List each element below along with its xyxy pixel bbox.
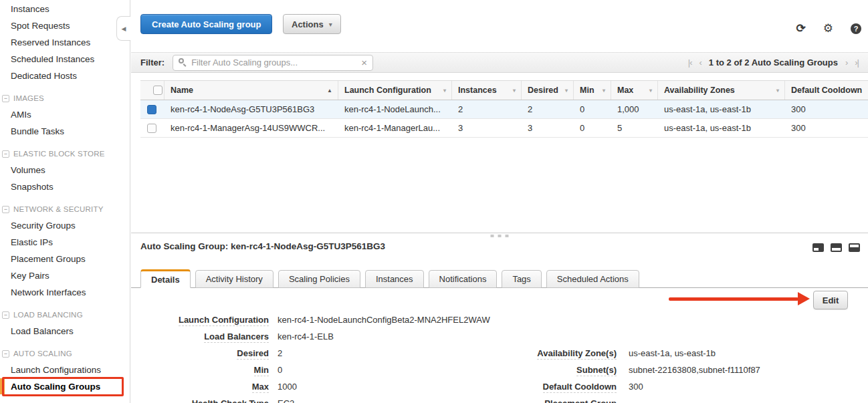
clear-filter-icon[interactable]: ×: [361, 57, 367, 68]
first-page-icon[interactable]: |‹: [688, 57, 692, 68]
sidebar-item-label: Load Balancers: [11, 326, 74, 336]
column-label: Max: [617, 86, 633, 95]
sort-icon: ▾: [443, 88, 446, 94]
sidebar-item-label: Network Interfaces: [11, 287, 86, 297]
cell-name: ken-rc4-1-ManagerAsg-14US9WWCR...: [165, 123, 338, 133]
sidebar-item-label: Launch Configurations: [11, 365, 101, 375]
row-checkbox[interactable]: [147, 105, 156, 114]
next-page-icon[interactable]: ›: [845, 57, 847, 68]
select-all-checkbox[interactable]: [153, 86, 162, 95]
table-row[interactable]: ken-rc4-1-NodeAsg-G5TU3P561BG3 ken-rc4-1…: [140, 100, 868, 119]
column-label: Default Cooldown: [791, 86, 862, 95]
cell-launch-configuration: ken-rc4-1-ManagerLau...: [338, 123, 452, 133]
layout-bottom-icon[interactable]: [831, 243, 842, 252]
sidebar-item-label: Bundle Tasks: [11, 126, 64, 136]
collapse-minus-icon[interactable]: −: [2, 206, 9, 213]
column-label: Desired: [528, 86, 558, 95]
sidebar-section-images[interactable]: − IMAGES: [0, 90, 130, 106]
sidebar-item-elastic-ips[interactable]: Elastic IPs: [0, 234, 130, 251]
column-header-launch-configuration[interactable]: Launch Configuration ▾: [338, 81, 452, 100]
detail-row: Max1000: [146, 378, 490, 395]
annotation-arrow-head: [798, 292, 810, 305]
cell-default-cooldown: 300: [785, 123, 868, 133]
tab-instances[interactable]: Instances: [365, 270, 424, 288]
cell-min: 0: [574, 123, 611, 133]
edit-button[interactable]: Edit: [813, 291, 848, 309]
sidebar-collapse-handle[interactable]: ◀: [116, 16, 131, 41]
sort-icon: ▾: [776, 88, 779, 94]
help-icon[interactable]: ?: [851, 23, 861, 34]
layout-bottom-left-icon[interactable]: [812, 243, 824, 252]
tab-activity-history[interactable]: Activity History: [195, 270, 274, 288]
collapse-minus-icon[interactable]: −: [2, 150, 9, 158]
column-label: Name: [171, 86, 193, 95]
sidebar-item-launch-configurations[interactable]: Launch Configurations: [0, 362, 130, 378]
detail-label: Max: [146, 382, 269, 392]
detail-row: Availability Zone(s)us-east-1a, us-east-…: [510, 345, 760, 362]
pagination-text: 1 to 2 of 2 Auto Scaling Groups: [709, 57, 838, 68]
cell-instances: 2: [452, 104, 522, 114]
row-checkbox[interactable]: [147, 124, 156, 133]
collapse-minus-icon[interactable]: −: [2, 311, 9, 319]
sort-icon: ▾: [565, 88, 568, 94]
details-right-column: Availability Zone(s)us-east-1a, us-east-…: [510, 345, 760, 403]
create-auto-scaling-group-button[interactable]: Create Auto Scaling group: [140, 14, 272, 34]
detail-label: Placement Group: [510, 398, 617, 403]
section-header-label: IMAGES: [13, 94, 44, 102]
tab-scheduled-actions[interactable]: Scheduled Actions: [546, 270, 639, 288]
sidebar-item-security-groups[interactable]: Security Groups: [0, 217, 130, 234]
sidebar-section-auto-scaling[interactable]: − AUTO SCALING: [0, 346, 130, 362]
sidebar-item-dedicated-hosts[interactable]: Dedicated Hosts: [0, 68, 130, 84]
detail-row: Default Cooldown300: [510, 378, 760, 395]
sidebar-section-network-security[interactable]: − NETWORK & SECURITY: [0, 201, 130, 217]
column-header-max[interactable]: Max ▾: [611, 81, 658, 100]
detail-value: 1000: [278, 382, 297, 392]
collapse-minus-icon[interactable]: −: [2, 95, 9, 102]
previous-page-icon[interactable]: ‹: [699, 57, 701, 68]
column-label: Min: [580, 86, 594, 95]
column-header-instances[interactable]: Instances ▾: [452, 81, 522, 100]
column-header-name[interactable]: Name ▲: [165, 81, 338, 100]
refresh-icon[interactable]: ⟳: [796, 23, 806, 34]
sidebar-item-network-interfaces[interactable]: Network Interfaces: [0, 284, 130, 301]
tab-scaling-policies[interactable]: Scaling Policies: [278, 270, 360, 288]
sidebar-item-reserved-instances[interactable]: Reserved Instances: [0, 34, 130, 51]
column-header-availability-zones[interactable]: Availability Zones ▾: [658, 81, 785, 100]
gear-icon[interactable]: ⚙: [823, 23, 833, 34]
section-header-label: AUTO SCALING: [13, 350, 72, 358]
sidebar-section-load-balancing[interactable]: − LOAD BALANCING: [0, 307, 130, 323]
sidebar-item-label: Reserved Instances: [11, 37, 90, 47]
sidebar-section-elastic-block-store[interactable]: − ELASTIC BLOCK STORE: [0, 146, 130, 162]
cell-desired: 2: [522, 104, 574, 114]
tab-details[interactable]: Details: [140, 269, 191, 288]
splitter-drag-handle[interactable]: [491, 235, 509, 237]
sidebar-item-snapshots[interactable]: Snapshots: [0, 178, 130, 195]
column-header-desired[interactable]: Desired ▾: [522, 81, 574, 100]
column-header-default-cooldown[interactable]: Default Cooldown: [785, 81, 868, 100]
chevron-down-icon: ▾: [329, 21, 332, 28]
detail-value: 2: [278, 348, 282, 358]
sidebar-item-amis[interactable]: AMIs: [0, 106, 130, 123]
actions-button[interactable]: Actions ▾: [283, 14, 341, 34]
detail-label: Availability Zone(s): [510, 348, 617, 358]
filter-search-input[interactable]: [191, 57, 357, 68]
collapse-minus-icon[interactable]: −: [2, 350, 9, 358]
layout-top-icon[interactable]: [849, 243, 860, 252]
column-header-min[interactable]: Min ▾: [574, 81, 611, 100]
tab-notifications[interactable]: Notifications: [429, 270, 498, 288]
sidebar-item-scheduled-instances[interactable]: Scheduled Instances: [0, 51, 130, 68]
detail-value: ken-rc4-1-NodeLaunchConfigBeta2-MNA2HFEL…: [278, 315, 490, 325]
sidebar-item-auto-scaling-groups[interactable]: Auto Scaling Groups: [0, 378, 130, 395]
sidebar-item-spot-requests[interactable]: Spot Requests: [0, 17, 130, 34]
sidebar-item-placement-groups[interactable]: Placement Groups: [0, 251, 130, 267]
sidebar-item-bundle-tasks[interactable]: Bundle Tasks: [0, 123, 130, 140]
sidebar-item-volumes[interactable]: Volumes: [0, 162, 130, 178]
tab-tags[interactable]: Tags: [502, 270, 541, 288]
sidebar-item-instances[interactable]: Instances: [0, 1, 130, 17]
last-page-icon[interactable]: ›|: [855, 57, 859, 68]
annotation-orange-bar: [0, 378, 5, 394]
sidebar-item-key-pairs[interactable]: Key Pairs: [0, 267, 130, 284]
table-row[interactable]: ken-rc4-1-ManagerAsg-14US9WWCR... ken-rc…: [140, 119, 868, 138]
sidebar-item-load-balancers[interactable]: Load Balancers: [0, 323, 130, 340]
detail-row: Subnet(s)subnet-22163808,subnet-f1110f87: [510, 362, 760, 378]
